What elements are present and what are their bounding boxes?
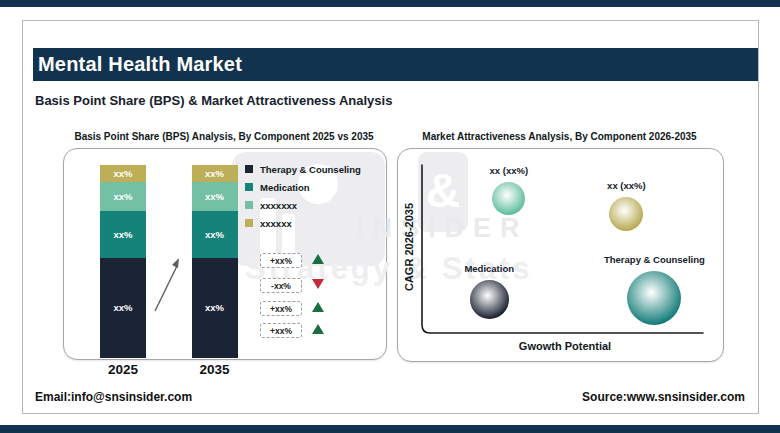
change-badge: +xx%	[260, 323, 302, 338]
bubble	[470, 280, 509, 319]
bubble-label: Therapy & Counseling	[574, 254, 734, 265]
badge-up-triangle-icon	[312, 302, 324, 312]
bar-segment: xx%	[192, 258, 238, 358]
bar-category-label: 2035	[175, 362, 255, 377]
bar-segment: xx%	[100, 211, 146, 257]
bar-segment: xx%	[192, 182, 238, 211]
change-badge: +xx%	[260, 301, 302, 316]
bar-segment: xx%	[192, 165, 238, 182]
x-axis-label: Gwowth Potential	[465, 340, 665, 352]
bar-segment-value: xx%	[205, 168, 224, 179]
bubble	[609, 197, 643, 231]
legend-label: xxxxxxx	[260, 200, 297, 211]
bar-segment: xx%	[100, 165, 146, 182]
legend-label: xxxxxx	[260, 218, 292, 229]
bubble-label: xx (xx%)	[546, 180, 706, 191]
page-title: Mental Health Market	[33, 53, 242, 76]
bar-segment: xx%	[192, 211, 238, 257]
badge-up-triangle-icon	[312, 254, 324, 264]
title-band: Mental Health Market	[33, 48, 758, 81]
change-badge: +xx%	[260, 253, 302, 268]
footer-source: Source:www.snsinsider.com	[495, 390, 745, 404]
bubble-label: xx (xx%)	[429, 165, 589, 176]
legend-swatch-x7	[245, 201, 253, 209]
footer-email: Email:info@snsinsider.com	[35, 390, 192, 404]
bar-segment-value: xx%	[205, 229, 224, 240]
change-badge: -xx%	[260, 278, 302, 293]
y-axis-label: CAGR 2026-2035	[403, 192, 415, 302]
trend-arrow-icon	[148, 253, 188, 317]
bubble	[627, 271, 681, 325]
bottom-accent-bar	[0, 425, 780, 433]
legend-item: Therapy & Counseling	[245, 163, 361, 175]
bar-segment-value: xx%	[113, 168, 132, 179]
bar-segment-value: xx%	[205, 302, 224, 313]
bps-legend: Therapy & Counseling Medication xxxxxxx …	[245, 163, 361, 229]
bar-category-label: 2025	[83, 362, 163, 377]
legend-swatch-therapy	[245, 165, 253, 173]
infographic-stage: Mental Health Market Basis Point Share (…	[0, 0, 780, 433]
legend-item: Medication	[245, 181, 361, 193]
top-accent-bar	[0, 0, 780, 7]
bar-segment-value: xx%	[113, 229, 132, 240]
legend-item: xxxxxxx	[245, 199, 361, 211]
legend-swatch-x6	[245, 219, 253, 227]
bubble-label: Medication	[409, 263, 569, 274]
page-subtitle: Basis Point Share (BPS) & Market Attract…	[35, 93, 392, 108]
bar-segment-value: xx%	[205, 191, 224, 202]
legend-item: xxxxxx	[245, 217, 361, 229]
bar-segment-value: xx%	[113, 191, 132, 202]
legend-swatch-medication	[245, 183, 253, 191]
legend-label: Medication	[260, 182, 310, 193]
badge-up-triangle-icon	[312, 324, 324, 334]
bar-segment: xx%	[100, 258, 146, 358]
legend-label: Therapy & Counseling	[260, 164, 361, 175]
bar-segment: xx%	[100, 182, 146, 211]
attractiveness-chart-title: Market Attractiveness Analysis, By Compo…	[397, 131, 722, 142]
bar-segment-value: xx%	[113, 302, 132, 313]
badge-down-triangle-icon	[312, 279, 324, 289]
bps-chart-title: Basis Point Share (BPS) Analysis, By Com…	[63, 131, 385, 142]
